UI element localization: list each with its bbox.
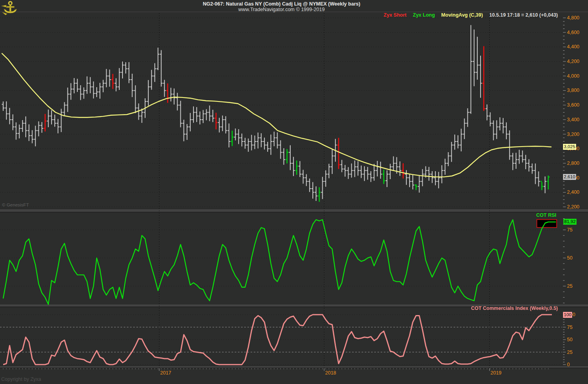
rsi-axis-label: 25 (567, 283, 573, 289)
chart-subtitle: www.TradeNavigator.com © 1999-2019 (0, 7, 563, 12)
price-axis-label: 3,800 (567, 88, 579, 93)
price-axis-label: 4,200 (567, 59, 579, 64)
rsi-value-badge: 81,92 (563, 219, 577, 225)
legend-moving-avg[interactable]: MovingAvg (C,39) (441, 12, 483, 18)
rsi-highlight-box (537, 220, 557, 227)
commercials-axis-label: 50 (567, 337, 573, 342)
last-price-badge: 2,610 (563, 174, 576, 180)
x-axis-year-2019: 2019 (490, 370, 502, 376)
price-axis-label: 2,400 (567, 189, 579, 195)
commercials-axis-label: 0 (567, 362, 570, 367)
indicator-legend: Zyx Short Zyx Long MovingAvg (C,39) 10.5… (384, 12, 558, 18)
price-bars (2, 25, 547, 201)
price-axis-label: 2,200 (567, 204, 579, 210)
genesis-watermark: © GenesisFT (2, 203, 29, 207)
copyright-text: Copyright by Zyxa (1, 376, 41, 382)
price-axis-label: 3,400 (567, 117, 579, 122)
price-axis-label: 2,800 (567, 160, 579, 166)
moving-average-line (2, 53, 551, 177)
legend-zyx-short[interactable]: Zyx Short (384, 12, 407, 18)
legend-quote-readout: 10.5.19 17:18 = 2,610 (+0,043) (489, 12, 558, 18)
price-axis-label: 3,600 (567, 102, 579, 108)
price-axis-label: 3,200 (567, 132, 579, 137)
chart-title: NG2-067: Natural Gas NY (Comb) Cadj Liq … (0, 1, 563, 7)
x-axis-year-2018: 2018 (325, 370, 336, 376)
commercials-axis-label: 25 (567, 350, 573, 355)
price-axis-label: 4,800 (567, 15, 579, 21)
price-axis-label: 4,000 (567, 73, 579, 79)
commercials-axis-label: 75 (567, 325, 573, 330)
cot-commercials-line (3, 315, 552, 365)
trade-navigator-window: 4,8004,6004,4004,2004,0003,8003,6003,400… (0, 0, 588, 384)
moving-average-value-badge: 3,025 (563, 144, 576, 150)
chart-canvas[interactable]: 4,8004,6004,4004,2004,0003,8003,6003,400… (0, 0, 588, 384)
legend-zyx-long[interactable]: Zyx Long (413, 12, 435, 18)
commercials-value-badge: 100 (563, 312, 572, 318)
rsi-axis-label: 75 (567, 227, 573, 233)
zyx-short-signal-bars (44, 46, 485, 179)
cot-rsi-panel-title[interactable]: COT RSI (536, 212, 556, 218)
cot-commercials-panel-title[interactable]: COT Commercials Index (Weekly,0.5) (471, 306, 558, 311)
x-axis-year-2017: 2017 (160, 370, 171, 376)
rsi-axis-label: 50 (567, 255, 573, 261)
cot-rsi-line (3, 220, 556, 304)
price-axis-label: 4,400 (567, 44, 579, 50)
price-axis-label: 4,600 (567, 30, 579, 35)
